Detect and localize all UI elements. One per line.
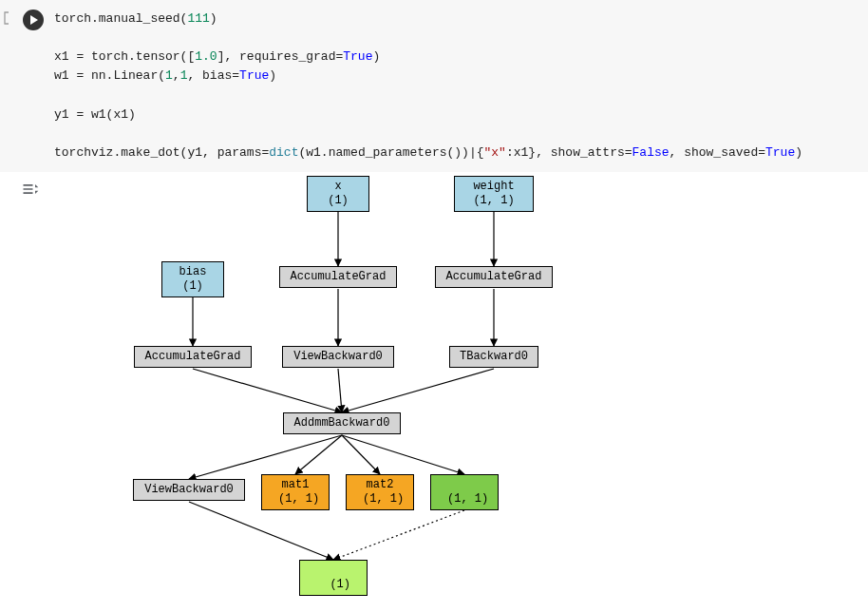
graph-node-view1: ViewBackward0 [133,479,245,501]
edge-green-out [333,510,464,560]
graph-node-bias: bias (1) [161,261,224,297]
bracket-icon [3,11,10,25]
edge-addmm-mat1 [295,435,342,474]
graph-node-acc1: AccumulateGrad [279,266,397,288]
graph-node-acc3: AccumulateGrad [134,346,252,368]
graph-node-x: x (1) [307,176,369,212]
output-cell: x (1)weight (1, 1)bias (1)AccumulateGrad… [0,172,868,612]
graph-node-addmm: AddmmBackward0 [283,412,401,434]
graph-node-view0: ViewBackward0 [282,346,394,368]
edge-view1-out [189,502,333,560]
cell-gutter [12,8,54,30]
run-cell-button[interactable] [23,10,44,30]
graph-node-mat1: mat1 (1, 1) [261,474,330,510]
graph-edges-svg [103,172,634,612]
graph-node-acc2: AccumulateGrad [435,266,553,288]
graph-node-mat2: mat2 (1, 1) [346,474,414,510]
graph-node-out: (1) [299,560,368,596]
graph-node-tback: TBackward0 [449,346,538,368]
edge-acc3-addmm [193,369,342,412]
computation-graph: x (1)weight (1, 1)bias (1)AccumulateGrad… [103,172,634,612]
play-icon [28,15,38,25]
edge-addmm-view1 [189,435,342,479]
code-editor[interactable]: torch.manual_seed(111) x1 = torch.tensor… [54,8,868,164]
edge-view0-addmm [338,369,342,412]
graph-node-weight: weight (1, 1) [454,176,534,212]
output-toggle-icon[interactable] [21,180,40,199]
edge-tback-addmm [342,369,494,412]
input-cell: torch.manual_seed(111) x1 = torch.tensor… [0,0,868,172]
graph-node-green: (1, 1) [430,474,499,510]
cell-left-margin [3,8,12,25]
output-gutter [9,172,51,199]
